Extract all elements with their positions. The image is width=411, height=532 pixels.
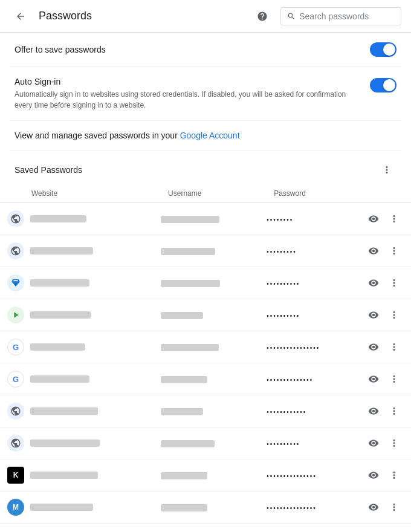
passwords-table: Website Username Password ••••••••: [0, 184, 411, 524]
col-username: Username: [154, 184, 259, 203]
cell-username: [154, 491, 259, 524]
cell-actions: [357, 267, 411, 299]
site-name: [30, 375, 89, 383]
toggle-thumb: [383, 44, 395, 56]
offer-save-toggle[interactable]: [370, 42, 396, 57]
show-password-button[interactable]: [364, 337, 383, 357]
table-row: •••••••••: [0, 235, 411, 267]
table-row: M •••••••••••••••: [0, 491, 411, 524]
cell-actions: [357, 235, 411, 267]
more-vert-row-icon: [389, 277, 400, 288]
cell-password: ••••••••••••••••: [259, 331, 357, 363]
cell-password: ••••••••••: [259, 267, 357, 299]
cell-password: •••••••••: [259, 235, 357, 267]
username-value: [161, 344, 219, 351]
cell-password: ••••••••••: [259, 427, 357, 459]
show-password-button[interactable]: [364, 465, 383, 485]
table-row: ••••••••••: [0, 299, 411, 331]
table-row: K •••••••••••••••: [0, 459, 411, 491]
username-value: [161, 312, 203, 319]
row-more-button[interactable]: [384, 401, 404, 421]
eye-icon: [368, 310, 379, 320]
password-dots: •••••••••••••••: [267, 505, 317, 511]
show-password-button[interactable]: [364, 433, 383, 453]
table-header: Website Username Password: [0, 184, 411, 203]
col-actions: [357, 184, 411, 203]
cell-website: [0, 427, 154, 459]
username-value: [161, 504, 207, 511]
row-more-button[interactable]: [384, 241, 404, 261]
show-password-button[interactable]: [364, 401, 383, 421]
password-dots: •••••••••: [267, 248, 297, 255]
username-value: [161, 376, 207, 383]
eye-icon: [368, 277, 379, 288]
cell-password: ••••••••••: [259, 299, 357, 331]
row-more-button[interactable]: [384, 209, 404, 229]
more-vert-row-icon: [389, 470, 400, 481]
eye-icon: [368, 406, 379, 417]
row-more-button[interactable]: [384, 369, 404, 389]
show-password-button[interactable]: [364, 241, 383, 261]
back-button[interactable]: [10, 5, 31, 27]
cell-website: [0, 299, 154, 331]
cell-actions: [357, 331, 411, 363]
row-more-button[interactable]: [384, 273, 404, 293]
eye-icon: [368, 245, 379, 256]
show-password-button[interactable]: [364, 209, 383, 229]
auto-signin-text: Auto Sign-in Automatically sign in to we…: [15, 77, 353, 111]
row-more-button[interactable]: [384, 433, 404, 453]
help-icon: [257, 11, 268, 22]
cell-actions: [357, 491, 411, 524]
more-vert-row-icon: [389, 342, 400, 352]
more-vert-row-icon: [389, 502, 400, 513]
password-dots: ••••••••••••••••: [267, 345, 320, 351]
more-vert-icon: [381, 164, 392, 175]
cell-password: ••••••••: [259, 203, 357, 235]
cell-actions: [357, 203, 411, 235]
username-value: [161, 280, 220, 287]
cell-username: [154, 459, 259, 491]
cell-actions: [357, 427, 411, 459]
saved-passwords-more-button[interactable]: [377, 160, 396, 180]
eye-icon: [368, 502, 379, 513]
show-password-button[interactable]: [364, 369, 383, 389]
table-row: G ••••••••••••••: [0, 363, 411, 395]
cell-password: ••••••••••••••: [259, 363, 357, 395]
help-button[interactable]: [251, 5, 273, 27]
site-name: [30, 311, 91, 319]
cell-username: [154, 267, 259, 299]
search-box[interactable]: [280, 7, 401, 25]
row-more-button[interactable]: [384, 465, 404, 485]
more-vert-row-icon: [389, 374, 400, 384]
cell-website: [0, 235, 154, 267]
more-vert-row-icon: [389, 310, 400, 320]
auto-signin-row: Auto Sign-in Automatically sign in to we…: [10, 67, 401, 121]
row-more-button[interactable]: [384, 337, 404, 357]
header: Passwords: [0, 0, 411, 33]
site-name: [30, 407, 98, 415]
cell-username: [154, 427, 259, 459]
show-password-button[interactable]: [364, 498, 383, 517]
search-input[interactable]: [299, 11, 395, 21]
eye-icon: [368, 213, 379, 224]
row-more-button[interactable]: [384, 498, 404, 517]
row-more-button[interactable]: [384, 305, 404, 325]
account-link-text: View and manage saved passwords in your: [15, 131, 180, 140]
cell-actions: [357, 395, 411, 427]
google-account-link[interactable]: Google Account: [180, 131, 240, 140]
password-dots: ••••••••••: [267, 441, 300, 447]
site-name: [30, 440, 100, 447]
site-name: [30, 504, 93, 511]
show-password-button[interactable]: [364, 305, 383, 325]
password-dots: •••••••••••••••: [267, 473, 317, 479]
cell-actions: [357, 363, 411, 395]
back-arrow-icon: [15, 11, 26, 22]
show-password-button[interactable]: [364, 273, 383, 293]
cell-password: ••••••••••••: [259, 395, 357, 427]
cell-website: G: [0, 363, 154, 395]
eye-icon: [368, 374, 379, 384]
auto-signin-toggle[interactable]: [370, 78, 396, 92]
search-icon: [287, 11, 296, 21]
cell-website: [0, 203, 154, 235]
cell-password: •••••••••••••••: [259, 491, 357, 524]
